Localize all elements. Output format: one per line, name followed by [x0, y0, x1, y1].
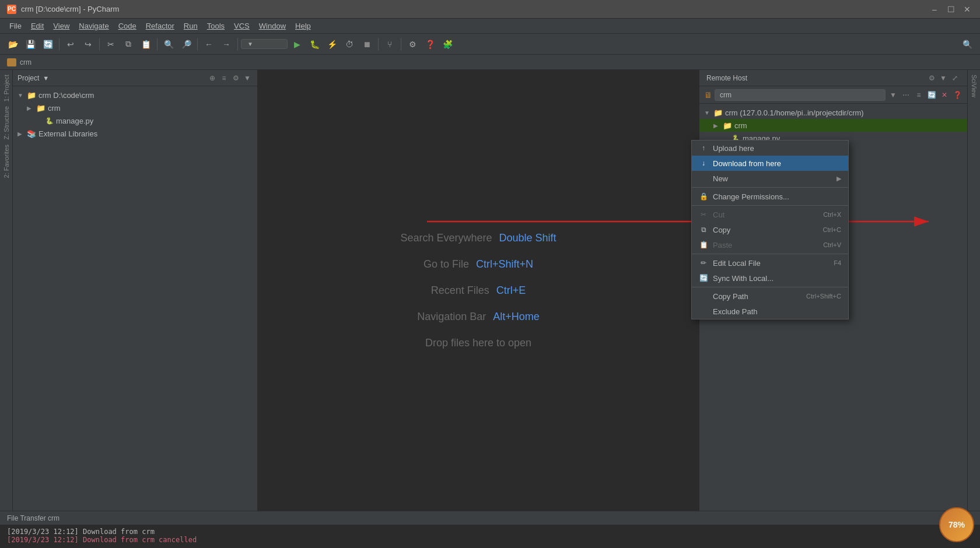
vcs-button[interactable]: ⑂: [382, 36, 398, 52]
ctx-cut: ✂ Cut Ctrl+X: [692, 207, 848, 222]
menu-help[interactable]: Help: [290, 20, 316, 31]
search-button[interactable]: 🔍: [160, 36, 177, 52]
remote-disconnect-button[interactable]: ✕: [939, 90, 950, 100]
close-button[interactable]: ✕: [961, 3, 973, 15]
debug-button[interactable]: 🐛: [306, 36, 323, 52]
menu-file[interactable]: File: [5, 20, 26, 31]
python-file-icon: 🐍: [46, 117, 54, 125]
download-icon: ↓: [699, 159, 708, 168]
tree-item-crm-root[interactable]: ▼ 📁 crm D:\code\crm: [13, 89, 257, 101]
remote-server-name[interactable]: crm: [715, 89, 886, 101]
save-button[interactable]: 💾: [22, 36, 38, 52]
update-badge[interactable]: 78%: [939, 507, 974, 542]
ctx-new[interactable]: New ▶: [692, 171, 848, 186]
menu-run[interactable]: Run: [179, 20, 202, 31]
sidebar-item-sciview[interactable]: SciView: [970, 70, 979, 102]
panel-settings-button[interactable]: ⚙: [230, 73, 241, 83]
menu-tools[interactable]: Tools: [202, 20, 229, 31]
remote-server-dropdown[interactable]: ▼: [888, 90, 898, 100]
profile-button[interactable]: ⏱: [341, 36, 358, 52]
menu-code[interactable]: Code: [114, 20, 141, 31]
sync-button[interactable]: 🔄: [40, 36, 56, 52]
menu-window[interactable]: Window: [254, 20, 290, 31]
ctx-cut-shortcut: Ctrl+X: [823, 211, 841, 218]
tree-item-crm-folder[interactable]: ▶ 📁 crm: [13, 101, 257, 114]
cut-button[interactable]: ✂: [103, 36, 119, 52]
remote-refresh-button[interactable]: 🔄: [926, 90, 937, 100]
coverage-button[interactable]: ⚡: [324, 36, 340, 52]
remote-tree-item-root[interactable]: ▼ 📁 crm (127.0.0.1/home/pi..in/projectdi…: [699, 106, 967, 119]
remote-help-button[interactable]: ❓: [952, 90, 963, 100]
remote-sync-settings[interactable]: ≡: [914, 90, 924, 100]
menu-vcs[interactable]: VCS: [229, 20, 254, 31]
window-title: crm [D:\code\crm] - PyCharm: [21, 5, 119, 13]
collapse-all-button[interactable]: ≡: [219, 73, 229, 83]
exclude-icon: [699, 307, 708, 316]
remote-more-options[interactable]: ⋯: [901, 90, 911, 100]
ctx-download[interactable]: ↓ Download from here: [692, 156, 848, 171]
forward-button[interactable]: →: [218, 36, 235, 52]
ctx-permissions[interactable]: 🔒 Change Permissions...: [692, 189, 848, 204]
panel-gear-drop-button[interactable]: ▼: [242, 73, 253, 83]
plugin-button[interactable]: 🧩: [439, 36, 456, 52]
search-everywhere-button[interactable]: 🔍: [959, 36, 975, 52]
minimize-button[interactable]: –: [929, 3, 940, 15]
maximize-button[interactable]: ☐: [945, 3, 957, 15]
left-strip: 1: Project Z: Structure 2: Favorites: [0, 70, 13, 511]
ctx-separator-4: [692, 287, 848, 287]
ctx-exclude-path[interactable]: Exclude Path: [692, 304, 848, 319]
tree-item-external-libs[interactable]: ▶ 📚 External Libraries: [13, 127, 257, 140]
menu-view[interactable]: View: [48, 20, 74, 31]
undo-button[interactable]: ↩: [62, 36, 79, 52]
ctx-edit-shortcut: F4: [834, 259, 841, 266]
copy-button[interactable]: ⧉: [120, 36, 136, 52]
project-panel-header: Project ▼ ⊕ ≡ ⚙ ▼: [13, 70, 257, 86]
remote-expand-button[interactable]: ⤢: [950, 73, 960, 83]
title-bar: PC crm [D:\code\crm] - PyCharm – ☐ ✕: [0, 0, 980, 19]
ctx-permissions-label: Change Permissions...: [713, 192, 789, 201]
ctx-paste-shortcut: Ctrl+V: [823, 241, 841, 248]
folder-icon: 📁: [713, 108, 723, 117]
ctx-sync-local[interactable]: 🔄 Sync With Local...: [692, 271, 848, 286]
ctx-upload[interactable]: ↑ Upload here: [692, 140, 848, 156]
settings-button[interactable]: ⚙: [404, 36, 421, 52]
ctx-copy-path-shortcut: Ctrl+Shift+C: [806, 293, 841, 300]
remote-settings-button[interactable]: ⚙: [926, 73, 937, 83]
help-button[interactable]: ❓: [422, 36, 438, 52]
paste-button[interactable]: 📋: [138, 36, 154, 52]
hint-drop-label: Drop files here to open: [425, 337, 531, 349]
sidebar-item-favorites[interactable]: 2: Favorites: [2, 142, 11, 180]
replace-button[interactable]: 🔎: [178, 36, 194, 52]
menu-bar: File Edit View Navigate Code Refactor Ru…: [0, 19, 980, 34]
new-icon: [699, 174, 708, 183]
hint-drop: Drop files here to open: [425, 337, 531, 349]
locate-file-button[interactable]: ⊕: [207, 73, 218, 83]
hint-search-key: Double Shift: [499, 232, 556, 244]
bottom-panel-content: [2019/3/23 12:12] Download from crm [201…: [0, 525, 980, 548]
stop-button[interactable]: ⏹: [359, 36, 375, 52]
run-button[interactable]: ▶: [289, 36, 305, 52]
sidebar-item-project[interactable]: 1: Project: [2, 72, 11, 104]
redo-button[interactable]: ↪: [80, 36, 96, 52]
ctx-copy[interactable]: ⧉ Copy Ctrl+C: [692, 222, 848, 237]
remote-tree-item-crm[interactable]: ▶ 📁 crm: [699, 119, 967, 132]
menu-refactor[interactable]: Refactor: [141, 20, 179, 31]
back-button[interactable]: ←: [201, 36, 217, 52]
tree-item-manage-py[interactable]: ▶ 🐍 manage.py: [13, 114, 257, 127]
ctx-download-label: Download from here: [713, 159, 781, 168]
menu-navigate[interactable]: Navigate: [74, 20, 113, 31]
panel-header-actions: ⊕ ≡ ⚙ ▼: [207, 73, 253, 83]
folder-icon: 📁: [36, 104, 46, 113]
project-tree: ▼ 📁 crm D:\code\crm ▶ 📁 crm ▶ 🐍 manage.p…: [13, 86, 257, 511]
menu-edit[interactable]: Edit: [26, 20, 48, 31]
open-file-button[interactable]: 📂: [5, 36, 21, 52]
sidebar-item-structure[interactable]: Z: Structure: [2, 104, 11, 142]
dropdown-chevron[interactable]: ▼: [43, 75, 49, 82]
remote-settings-drop[interactable]: ▼: [938, 73, 949, 83]
window-controls: – ☐ ✕: [929, 3, 973, 15]
ctx-copy-path[interactable]: Copy Path Ctrl+Shift+C: [692, 289, 848, 304]
run-config-dropdown[interactable]: ▼: [241, 39, 288, 49]
toolbar-separator-5: [237, 38, 238, 51]
ctx-edit-local[interactable]: ✏ Edit Local File F4: [692, 255, 848, 271]
expand-arrow: ▼: [18, 92, 24, 99]
